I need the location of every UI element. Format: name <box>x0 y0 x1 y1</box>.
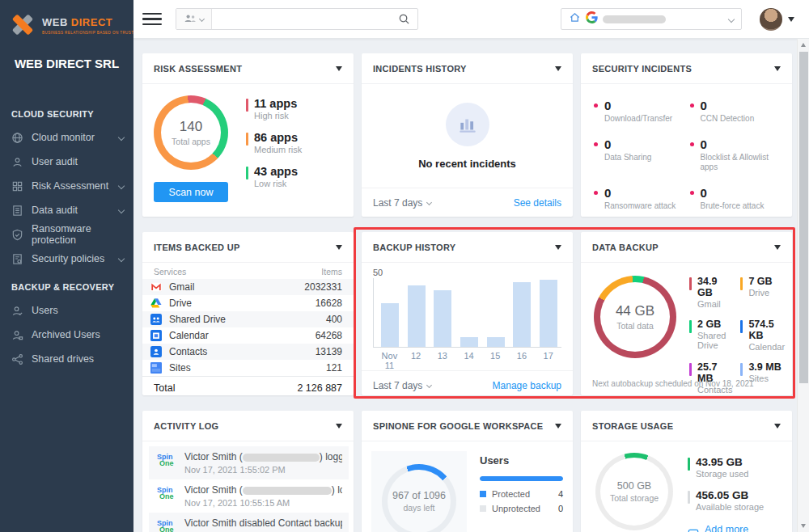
section-label-cloud-security: CLOUD SECURITY <box>0 98 133 125</box>
table-row: Drive16628 <box>142 295 354 311</box>
legend-item-high-risk: 11 appsHigh risk <box>246 97 302 120</box>
license-gauge-panel: 967 of 1096days left <box>371 451 467 532</box>
protected-users-bar <box>480 476 563 481</box>
card-title: RISK ASSESSMENT <box>154 64 242 74</box>
sidebar-item-user-audit[interactable]: User audit <box>0 150 133 174</box>
search-icon[interactable] <box>391 13 417 25</box>
sidebar-item-security-policies[interactable]: Security policies <box>0 247 133 271</box>
legend-color-bar <box>246 99 248 112</box>
card-title: INCIDENTS HISTORY <box>373 64 467 74</box>
days-left-value: 967 of 1096 <box>392 490 446 501</box>
scrollbar-thumb[interactable] <box>799 52 808 383</box>
drive-icon <box>150 298 162 309</box>
domain-selector[interactable] <box>561 8 742 30</box>
card-incidents-history: INCIDENTS HISTORY No recent incidents La… <box>362 53 573 217</box>
pink-dot-icon <box>690 142 694 146</box>
manage-backup-link[interactable]: Manage backup <box>493 380 561 391</box>
calendar-icon <box>150 330 162 341</box>
table-header: ServicesItems <box>142 263 354 279</box>
card-menu-caret[interactable] <box>336 245 342 250</box>
card-menu-caret[interactable] <box>774 66 781 71</box>
legend-item-sites: 3.9 MBSites <box>740 361 785 395</box>
search-box <box>176 8 418 30</box>
sidebar-item-data-audit[interactable]: Data audit <box>0 198 133 222</box>
sidebar: WEBDIRECT BUSINESS RELATIONSHIP BASED ON… <box>0 0 133 532</box>
card-menu-caret[interactable] <box>336 66 342 71</box>
legend-color-bar <box>740 277 743 290</box>
shield-icon <box>11 229 23 241</box>
incident-stat: 0Brute-force attack <box>690 186 780 211</box>
logo-icon <box>10 11 36 37</box>
time-filter[interactable]: Last 7 days <box>373 197 431 209</box>
legend-color-bar <box>689 277 692 290</box>
chevron-down-icon <box>118 255 125 262</box>
shared-drive-icon <box>150 314 162 325</box>
incident-stat: 0Data Sharing <box>594 137 684 172</box>
sidebar-item-label: User audit <box>32 156 78 167</box>
time-filter[interactable]: Last 7 days <box>373 380 431 391</box>
y-axis-max-label: 50 <box>373 268 573 277</box>
legend-square <box>480 505 486 512</box>
incident-stat: 0Download/Transfer <box>594 99 684 124</box>
activity-log-entry: SpinOne Victor Smith () logged inNov 17,… <box>149 479 349 513</box>
spinone-logo-icon: SpinOne <box>157 484 177 508</box>
scroll-up-arrow[interactable] <box>801 43 806 47</box>
legend-color-bar <box>688 458 690 471</box>
card-menu-caret[interactable] <box>555 424 561 429</box>
scrollbar[interactable] <box>797 39 809 532</box>
legend-color-bar <box>740 320 743 333</box>
card-storage-usage: STORAGE USAGE 500 GBTotal storage 43.95 … <box>581 411 792 532</box>
bar-slot <box>535 278 561 347</box>
legend-item-low-risk: 43 appsLow risk <box>246 165 302 188</box>
data-backup-donut-chart: 44 GBTotal data <box>594 276 676 358</box>
bar <box>540 280 557 347</box>
users-icon <box>184 12 197 27</box>
sidebar-item-risk-assessment[interactable]: Risk Assessment <box>0 174 133 198</box>
avatar-menu-caret[interactable] <box>788 17 794 22</box>
org-name: WEB DIRECT SRL <box>0 57 133 70</box>
card-title: ACTIVITY LOG <box>154 421 218 431</box>
total-apps-value: 140 <box>180 119 202 135</box>
card-menu-caret[interactable] <box>774 245 781 250</box>
company-logo[interactable]: WEBDIRECT BUSINESS RELATIONSHIP BASED ON… <box>10 11 125 37</box>
table-row: Gmail2032331 <box>142 279 354 295</box>
legend-color-bar <box>740 363 743 376</box>
incident-stat: 0Ransomware attack <box>594 186 684 211</box>
no-incidents-chart-icon <box>446 103 489 146</box>
scan-now-button[interactable]: Scan now <box>154 182 228 202</box>
sidebar-item-label: Shared drives <box>32 353 94 365</box>
bar-slot <box>430 278 456 347</box>
sidebar-item-shared-drives[interactable]: Shared drives <box>0 347 133 371</box>
sidebar-item-users[interactable]: Users <box>0 298 133 323</box>
card-menu-caret[interactable] <box>555 66 561 71</box>
table-total-row: Total2 126 887 <box>142 376 354 395</box>
legend-color-bar <box>246 167 248 179</box>
sidebar-item-cloud-monitor[interactable]: Cloud monitor <box>0 125 133 150</box>
scroll-down-arrow[interactable] <box>801 524 806 528</box>
see-details-link[interactable]: See details <box>514 197 561 209</box>
card-menu-caret[interactable] <box>555 245 561 250</box>
card-title: SPINONE FOR GOOGLE WORKSPACE <box>373 421 544 431</box>
chevron-down-icon <box>199 16 205 22</box>
menu-icon[interactable] <box>142 13 162 26</box>
incident-stat: 0CCN Detection <box>690 99 780 124</box>
sidebar-item-label: Archived Users <box>32 329 100 340</box>
card-menu-caret[interactable] <box>774 424 781 429</box>
add-more-storage-link[interactable]: Add more storage <box>688 524 782 532</box>
bar-slot <box>377 278 404 347</box>
legend-item-medium-risk: 86 appsMedium risk <box>246 131 302 154</box>
bar-fill <box>480 476 563 481</box>
sidebar-item-ransomware-protection[interactable]: Ransomware protection <box>0 222 133 247</box>
avatar[interactable] <box>760 8 782 31</box>
legend-item-calendar: 574.5 KBCalendar <box>740 319 785 352</box>
card-menu-caret[interactable] <box>336 424 342 429</box>
legend-color-bar <box>688 491 690 504</box>
policy-icon <box>11 253 23 265</box>
search-scope-dropdown[interactable] <box>176 9 212 29</box>
grid-icon <box>11 180 23 192</box>
activity-timestamp: Nov 17, 2021 10:55:15 AM <box>184 498 342 508</box>
sidebar-item-archived-users[interactable]: Archived Users <box>0 323 133 347</box>
dashboard-content: RISK ASSESSMENT 140Total apps Scan now 1… <box>133 39 797 532</box>
person-icon <box>11 156 23 168</box>
search-input[interactable] <box>212 9 391 29</box>
